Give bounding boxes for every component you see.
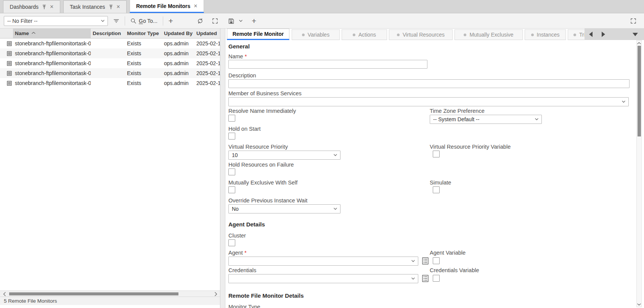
filter-funnel-icon[interactable] [112,18,121,24]
table-row[interactable]: stonebranch-ftpfilemonitortask-01 Exists… [0,38,220,48]
horizontal-scrollbar[interactable] [0,290,220,297]
table-row[interactable]: stonebranch-ftpfilemonitortask-03 Exists… [0,58,220,68]
scroll-down-icon[interactable] [637,302,641,307]
close-icon[interactable]: × [194,3,197,9]
column-header-name[interactable]: Name [13,29,91,38]
vrp-variable-checkbox[interactable] [433,151,440,157]
cell-updated: 2025-02-17 [194,40,220,47]
scrollbar-thumb[interactable] [638,46,641,136]
simulate-checkbox[interactable] [433,186,440,193]
cell-name: stonebranch-ftpfilemonitortask-05 [13,80,91,86]
detail-tab-remote-file-monitor[interactable]: Remote File Monitor [227,29,289,40]
scrollbar-thumb[interactable] [9,292,178,295]
record-icon [7,41,12,46]
required-asterisk: * [245,53,247,59]
tab-label: Dashboards [10,4,39,10]
detail-tab-mutually-exclusive[interactable]: Mutually Exclusive [454,29,523,40]
column-header-monitor-type[interactable]: Monitor Type [125,29,162,38]
hold-resources-checkbox[interactable] [228,168,235,175]
name-field[interactable] [228,60,427,69]
required-asterisk: * [244,250,247,256]
grid-header: Name Description Monitor Type Updated By… [0,29,220,38]
hold-on-start-checkbox[interactable] [228,133,235,140]
chevron-down-icon [334,208,337,210]
credentials-variable-checkbox[interactable] [433,275,440,282]
table-row[interactable]: stonebranch-ftpfilemonitortask-04 Exists… [0,68,220,78]
timezone-select[interactable]: -- System Default -- [430,115,542,124]
monitor-form: General Name* Description Member of Busi… [225,40,644,308]
panel-splitter[interactable] [220,29,225,308]
description-field[interactable] [228,79,630,88]
hold-on-start-label: Hold on Start [228,126,261,132]
column-header-updated-by[interactable]: Updated By [162,29,194,38]
tab-dot-icon [531,34,534,36]
toolbar-divider [125,16,125,26]
cell-name: stonebranch-ftpfilemonitortask-04 [13,70,91,76]
tab-task-instances[interactable]: Task Instances × [63,0,127,13]
tab-remote-file-monitors[interactable]: Remote File Monitors × [130,0,204,13]
close-icon[interactable]: × [50,4,53,10]
cell-updated-by: ops.admin [162,80,194,86]
save-icon[interactable] [226,18,236,24]
goto-button[interactable]: Go To... [129,18,159,24]
credentials-picker-icon[interactable] [421,274,429,283]
search-icon [130,18,137,24]
table-row[interactable]: stonebranch-ftpfilemonitortask-02 Exists… [0,48,220,58]
virtual-resource-priority-label: Virtual Resource Priority [228,144,288,150]
credentials-label: Credentials [228,267,256,273]
table-row[interactable]: stonebranch-ftpfilemonitortask-05 Exists… [0,78,220,88]
pin-icon[interactable] [109,5,113,10]
chevron-down-icon [334,154,337,156]
close-icon[interactable]: × [117,4,120,10]
detail-tab-virtual-resources[interactable]: Virtual Resources [389,29,453,40]
tab-menu-icon[interactable] [628,33,642,36]
detail-tab-instances[interactable]: Instances [525,29,566,40]
resolve-name-checkbox[interactable] [228,115,235,122]
vertical-scrollbar[interactable] [636,40,642,307]
cell-updated: 2025-02-17 [194,60,220,66]
credentials-select[interactable] [228,274,418,283]
sort-asc-icon [32,32,35,34]
override-wait-select[interactable]: No [228,204,340,213]
hold-resources-label: Hold Resources on Failure [228,162,294,168]
tab-scroll-left-icon[interactable] [585,32,597,37]
cluster-checkbox[interactable] [228,239,235,246]
detail-tab-variables[interactable]: Variables [292,29,340,40]
agent-variable-checkbox[interactable] [433,257,440,264]
pin-icon[interactable] [42,5,47,10]
tab-dashboards[interactable]: Dashboards × [3,0,60,13]
cell-updated: 2025-02-17 [194,50,220,56]
cell-updated: 2025-02-17 [194,80,220,86]
tab-scroll-right-icon[interactable] [597,32,610,37]
business-services-select[interactable] [228,97,629,106]
business-services-label: Member of Business Services [228,90,302,96]
virtual-resource-priority-select[interactable]: 10 [228,151,340,160]
save-menu-chevron-icon[interactable] [238,20,244,22]
mutually-exclusive-checkbox[interactable] [228,186,235,193]
cell-updated: 2025-02-17 [194,70,220,76]
scroll-right-icon[interactable] [213,291,218,297]
cell-name: stonebranch-ftpfilemonitortask-02 [13,50,91,56]
resolve-name-label: Resolve Name Immediately [228,108,296,114]
new-record-button[interactable]: + [250,16,258,26]
detail-tab-actions[interactable]: Actions [342,29,387,40]
column-header-description[interactable]: Description [91,29,125,38]
agent-picker-icon[interactable] [421,257,429,265]
tab-dot-icon [302,34,305,36]
cell-name: stonebranch-ftpfilemonitortask-01 [13,40,91,47]
refresh-icon[interactable] [195,18,205,24]
toolbar-divider [163,16,163,26]
add-monitor-button[interactable]: + [167,16,175,26]
record-icon [7,51,12,56]
fullscreen-icon[interactable] [629,18,638,24]
column-header-updated[interactable]: Updated [194,29,220,38]
tab-scroll-controls [585,29,644,40]
scroll-up-icon[interactable] [637,40,641,45]
expand-icon[interactable] [210,18,220,24]
filter-select[interactable]: -- No Filter -- [4,16,108,26]
cell-monitor-type: Exists [125,50,162,56]
agent-select[interactable] [228,257,418,266]
scroll-left-icon[interactable] [2,291,7,297]
cell-updated-by: ops.admin [162,70,194,76]
tab-label: Task Instances [70,4,105,10]
